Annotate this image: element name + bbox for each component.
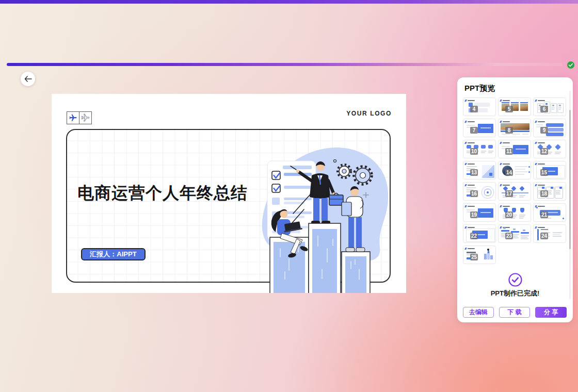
thumb-shape <box>553 232 562 233</box>
logo-text: YOUR LOGO <box>346 110 392 117</box>
thumb-shape <box>484 254 487 259</box>
slide-thumbnail-11[interactable]: 11 <box>498 140 531 158</box>
thumb-shape <box>555 153 560 154</box>
thumb-shape <box>502 134 510 135</box>
slide-thumbnail-16[interactable]: 16 <box>463 182 496 201</box>
slide-thumbnail-6[interactable]: 6 <box>533 97 566 116</box>
slide-thumbnail-19[interactable]: 19 <box>463 203 496 222</box>
arrow-left-icon <box>24 76 32 82</box>
thumb-shape <box>487 191 489 193</box>
thumb-shape <box>521 235 529 236</box>
thumb-shape <box>536 124 543 125</box>
thumb-shape <box>515 166 527 167</box>
thumb-title-slash <box>464 205 467 207</box>
slide-thumbnail-18[interactable]: 18 <box>533 182 566 201</box>
thumb-shape <box>467 187 476 188</box>
thumb-shape <box>552 105 554 106</box>
slide-thumbnail-20[interactable]: 20 <box>498 203 531 222</box>
thumb-title-slash <box>500 184 502 186</box>
thumb-number-badge: 25 <box>470 254 478 260</box>
thumb-shape <box>489 173 492 176</box>
slide-thumbnail-7[interactable]: 7 <box>463 119 496 137</box>
thumb-number-badge: 21 <box>540 211 548 218</box>
thumb-number-badge: 10 <box>470 148 478 155</box>
slide-thumbnail-24[interactable]: 24 <box>533 224 566 243</box>
slide-thumbnail-14[interactable]: 14 <box>498 161 531 179</box>
scrollbar-thumb[interactable] <box>569 110 571 249</box>
thumb-number-badge: 7 <box>470 127 478 134</box>
thumb-title-slash <box>535 184 537 186</box>
thumb-shape <box>488 145 493 149</box>
thumb-shape <box>480 212 491 213</box>
slide-thumbnail-9[interactable]: 9 <box>533 119 566 137</box>
slide-thumbnail-12[interactable]: 12 <box>533 140 566 158</box>
slide-thumbnail-21[interactable]: 21 <box>533 203 566 222</box>
thumb-shape <box>515 171 527 172</box>
thumb-shape <box>482 165 494 178</box>
slide-thumbnail-4[interactable]: 4 <box>463 97 496 116</box>
slide-thumbnail-23[interactable]: 23 <box>498 224 531 243</box>
thumb-shape <box>548 128 564 132</box>
thumb-shape <box>553 236 561 237</box>
thumb-title-bar <box>468 100 475 101</box>
plane-blue-icon <box>67 111 79 124</box>
thumb-shape <box>515 169 525 170</box>
thumb-shape <box>521 232 529 234</box>
thumb-shape <box>546 123 564 127</box>
thumb-shape <box>537 229 539 240</box>
thumb-number-badge: 5 <box>505 106 513 112</box>
thumb-title-bar <box>503 142 510 143</box>
thumb-title-bar <box>538 164 545 165</box>
edit-button[interactable]: 去编辑 <box>463 307 494 318</box>
thumb-number-badge: 16 <box>470 190 478 197</box>
thumb-title-slash <box>500 100 502 102</box>
slide-thumbnail-17[interactable]: 17 <box>498 182 531 201</box>
thumb-shape <box>555 144 560 150</box>
thumb-title-bar <box>468 227 475 228</box>
thumb-title-slash <box>464 100 467 102</box>
thumb-shape <box>519 215 525 216</box>
thumb-shape <box>553 234 560 235</box>
slide-thumbnail-8[interactable]: 8 <box>498 119 531 137</box>
thumb-shape <box>546 133 564 136</box>
thumb-title-bar <box>503 164 510 165</box>
slide-thumbnail-25[interactable]: 25 <box>463 246 496 264</box>
thumb-title-slash <box>464 163 467 165</box>
thumb-shape <box>556 190 560 191</box>
thumb-shape <box>551 187 553 189</box>
thumb-shape <box>556 192 560 193</box>
slide-thumbnail-13[interactable]: 13 <box>463 161 496 179</box>
slide-thumbnail-10[interactable]: 10 <box>463 140 496 158</box>
thumb-shape <box>478 124 493 133</box>
thumb-shape <box>503 227 506 229</box>
thumb-shape <box>536 207 538 208</box>
thumb-title-slash <box>535 121 537 123</box>
generation-progress-bar <box>7 63 563 66</box>
share-button[interactable]: 分 享 <box>535 307 567 318</box>
thumb-shape <box>545 103 548 105</box>
thumb-number-badge: 17 <box>505 190 513 197</box>
thumb-shape <box>512 134 520 135</box>
thumb-shape <box>558 107 561 108</box>
slide-thumbnail-15[interactable]: 15 <box>533 161 566 179</box>
download-button[interactable]: 下 载 <box>499 307 530 318</box>
thumb-title-bar <box>538 206 545 207</box>
slide-thumbnail-22[interactable]: 22 <box>463 224 496 243</box>
thumb-number-badge: 8 <box>505 127 513 134</box>
plane-gray-icon <box>79 111 92 124</box>
thumb-title-bar <box>503 121 510 122</box>
slide-thumbnail-5[interactable]: 5 <box>498 97 531 116</box>
thumb-title-slash <box>464 142 467 144</box>
thumb-title-bar <box>538 121 545 122</box>
thumb-shape <box>521 237 527 238</box>
thumb-number-badge: 13 <box>470 169 478 176</box>
thumb-shape <box>513 228 516 230</box>
thumb-shape <box>516 149 526 150</box>
thumb-title-bar <box>468 142 475 143</box>
thumb-shape <box>502 102 509 103</box>
thumb-title-bar <box>538 227 545 228</box>
slide-title: 电商运营个人年终总结 <box>77 182 248 205</box>
back-button[interactable] <box>21 72 35 86</box>
thumb-shape <box>481 152 485 153</box>
thumb-title-bar <box>468 206 475 207</box>
